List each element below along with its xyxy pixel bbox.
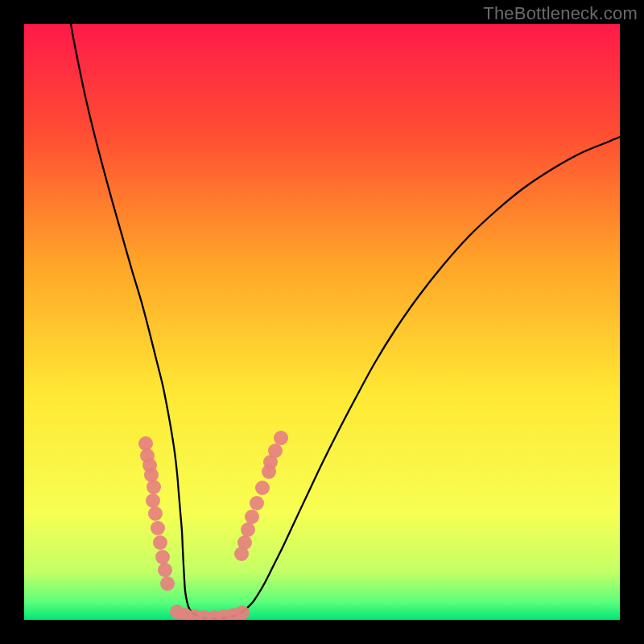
data-point: [153, 535, 167, 550]
dots-right-branch-dots: [234, 431, 288, 561]
watermark-label: TheBottleneck.com: [483, 3, 638, 24]
data-point: [146, 493, 160, 508]
plot-area: [24, 24, 620, 620]
data-point: [241, 522, 255, 537]
data-point: [255, 481, 270, 495]
chart-svg: [24, 24, 620, 620]
dots-floor-dots: [170, 605, 250, 620]
data-point: [268, 444, 283, 458]
data-point: [151, 521, 165, 535]
data-point: [144, 468, 159, 482]
data-point: [155, 550, 170, 564]
data-point: [147, 480, 161, 494]
data-point: [237, 535, 252, 550]
data-point: [148, 506, 163, 521]
dots-left-branch-dots: [138, 436, 175, 591]
data-point: [274, 431, 288, 445]
data-point: [250, 496, 264, 510]
frame: TheBottleneck.com: [0, 0, 644, 644]
data-point: [235, 605, 250, 620]
data-point: [245, 510, 259, 524]
data-point: [158, 563, 172, 577]
data-point: [160, 576, 175, 591]
